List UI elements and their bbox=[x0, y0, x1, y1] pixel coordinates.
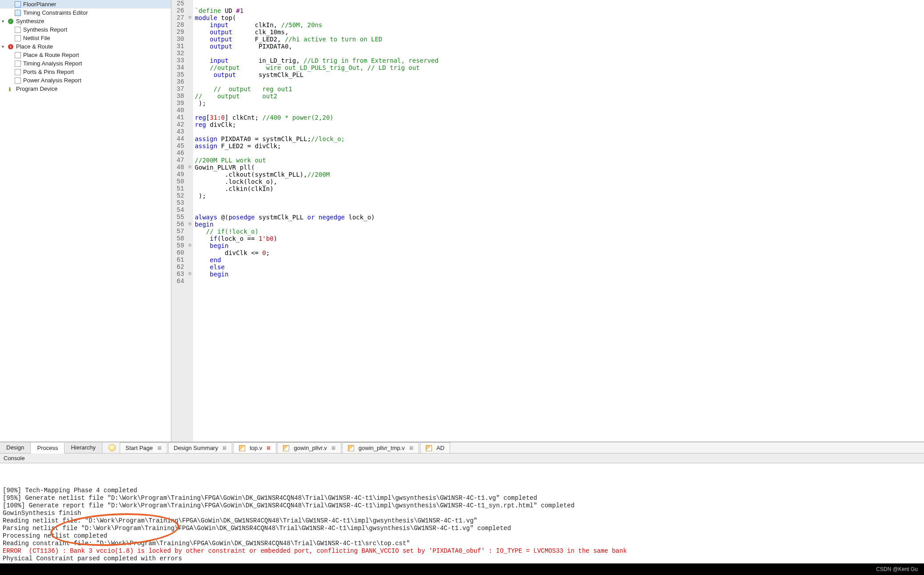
file-tab-label: Design Summary bbox=[174, 445, 218, 451]
close-icon[interactable]: ⊠ bbox=[266, 445, 270, 451]
view-tab-group: DesignProcessHierarchy bbox=[0, 442, 102, 453]
fold-toggle bbox=[187, 150, 193, 157]
tree-item-place-route[interactable]: ▾Place & Route bbox=[0, 42, 171, 51]
fold-toggle bbox=[187, 43, 193, 50]
console-line: Parsing netlist file "D:\Work\Program\Tr… bbox=[3, 525, 921, 532]
tree-item-label: Timing Analysis Report bbox=[23, 60, 82, 67]
file-tab-label: gowin_pllvr_tmp.v bbox=[359, 445, 405, 451]
tree-item-place-route-report[interactable]: Place & Route Report bbox=[0, 51, 171, 59]
fold-toggle bbox=[187, 93, 193, 100]
console-output[interactable]: [90%] Tech-Mapping Phase 4 completed[95%… bbox=[0, 463, 924, 563]
console-line: [90%] Tech-Mapping Phase 4 completed bbox=[3, 487, 921, 494]
fold-toggle bbox=[187, 50, 193, 57]
fold-toggle bbox=[187, 57, 193, 64]
file-icon bbox=[14, 52, 21, 59]
view-tab-hierarchy[interactable]: Hierarchy bbox=[65, 442, 102, 453]
fold-toggle bbox=[187, 0, 193, 7]
tree-item-ports-pins-report[interactable]: Ports & Pins Report bbox=[0, 68, 171, 76]
download-icon bbox=[7, 85, 14, 93]
fold-toggle bbox=[187, 64, 193, 71]
fold-toggle bbox=[187, 192, 193, 199]
fold-toggle bbox=[187, 256, 193, 263]
tree-item-label: Ports & Pins Report bbox=[23, 69, 74, 75]
tree-item-timing-analysis-report[interactable]: Timing Analysis Report bbox=[0, 59, 171, 68]
fold-toggle bbox=[187, 207, 193, 214]
code-editor[interactable]: 2526272829303132333435363738394041424344… bbox=[171, 0, 924, 441]
chevron-down-icon: ▾ bbox=[2, 44, 7, 49]
fold-toggle bbox=[187, 178, 193, 185]
file-icon bbox=[14, 77, 21, 84]
file-tab-top-v[interactable]: top.v⊠ bbox=[233, 442, 276, 453]
tree-item-label: Netlist File bbox=[23, 35, 50, 41]
tree-item-synthesize[interactable]: ▾Synthesize bbox=[0, 17, 171, 25]
file-tab-gowin-pllvr-v[interactable]: gowin_pllvr.v⊠ bbox=[277, 442, 341, 453]
file-tab-label: gowin_pllvr.v bbox=[294, 445, 327, 451]
tree-item-netlist-file[interactable]: Netlist File bbox=[0, 34, 171, 42]
fold-toggle bbox=[187, 228, 193, 235]
fold-toggle[interactable]: ⊟ bbox=[187, 164, 193, 171]
tree-item-label: Program Device bbox=[16, 85, 57, 92]
fold-toggle[interactable]: ⊟ bbox=[187, 271, 193, 278]
tree-item-label: Place & Route Report bbox=[23, 52, 79, 58]
code-body[interactable]: `define UD #1module top( input clkIn, //… bbox=[193, 0, 439, 441]
close-icon[interactable]: ⊠ bbox=[331, 445, 335, 451]
fold-toggle bbox=[187, 135, 193, 142]
fold-toggle[interactable]: ⊟ bbox=[187, 242, 193, 249]
bottom-tab-row: DesignProcessHierarchy Start Page⊠Design… bbox=[0, 442, 924, 454]
tree-item-floorplanner[interactable]: FloorPlanner bbox=[0, 0, 171, 8]
close-icon[interactable]: ⊠ bbox=[409, 445, 413, 451]
fold-toggle[interactable]: ⊟ bbox=[187, 221, 193, 228]
status-error-icon bbox=[7, 43, 14, 50]
console-line: Processing netlist completed bbox=[3, 532, 921, 540]
tree-item-label: Place & Route bbox=[16, 43, 53, 50]
tree-item-timing-constraints-editor[interactable]: Timing Constraints Editor bbox=[0, 8, 171, 17]
fold-toggle bbox=[187, 7, 193, 14]
file-tab-label: AD bbox=[436, 445, 444, 451]
close-icon[interactable]: ⊠ bbox=[222, 445, 226, 451]
process-tree[interactable]: FloorPlannerTiming Constraints Editor▾Sy… bbox=[0, 0, 171, 441]
fold-toggle bbox=[187, 114, 193, 121]
footer-bar: CSDN @Kent Gu bbox=[0, 563, 924, 575]
tree-item-synthesis-report[interactable]: Synthesis Report bbox=[0, 25, 171, 34]
view-tab-process[interactable]: Process bbox=[31, 443, 65, 454]
file-icon bbox=[14, 60, 21, 67]
fold-toggle bbox=[187, 278, 193, 285]
fold-toggle bbox=[187, 71, 193, 78]
status-ok-icon bbox=[7, 18, 14, 25]
editor-pane: 2526272829303132333435363738394041424344… bbox=[171, 0, 924, 441]
tree-item-label: Synthesize bbox=[16, 18, 44, 24]
bulb-icon bbox=[109, 444, 116, 451]
console-line: [95%] Generate netlist file "D:\Work\Pro… bbox=[3, 494, 921, 502]
file-tab-gowin-pllvr-tmp-v[interactable]: gowin_pllvr_tmp.v⊠ bbox=[342, 442, 419, 453]
file-tab-design-summary[interactable]: Design Summary⊠ bbox=[168, 442, 233, 453]
tree-item-power-analysis-report[interactable]: Power Analysis Report bbox=[0, 76, 171, 85]
file-icon bbox=[14, 1, 21, 8]
fold-toggle bbox=[187, 107, 193, 114]
fold-column[interactable]: ⊟⊟⊟⊟⊟ bbox=[187, 0, 193, 441]
tree-item-label: Synthesis Report bbox=[23, 26, 67, 33]
tree-item-label: Timing Constraints Editor bbox=[23, 9, 88, 16]
fold-toggle bbox=[187, 157, 193, 164]
file-icon bbox=[14, 69, 21, 76]
fold-toggle bbox=[187, 142, 193, 150]
console-line: [100%] Generate report file "D:\Work\Pro… bbox=[3, 502, 921, 510]
fold-toggle bbox=[187, 28, 193, 36]
console-line: ERROR (CT1136) : Bank 3 vccio(1.8) is lo… bbox=[3, 547, 921, 555]
console-line: Reading netlist file: "D:\Work\Program\T… bbox=[3, 517, 921, 525]
fold-toggle bbox=[187, 128, 193, 135]
tree-item-label: FloorPlanner bbox=[23, 1, 56, 8]
edit-icon bbox=[283, 445, 289, 451]
fold-toggle bbox=[187, 36, 193, 43]
fold-toggle[interactable]: ⊟ bbox=[187, 14, 193, 21]
close-icon[interactable]: ⊠ bbox=[157, 445, 161, 451]
tree-item-program-device[interactable]: Program Device bbox=[0, 85, 171, 93]
view-tab-design[interactable]: Design bbox=[0, 442, 31, 453]
file-tab-label: Start Page bbox=[125, 445, 153, 451]
file-tab-ad[interactable]: AD bbox=[420, 442, 450, 453]
fold-toggle bbox=[187, 263, 193, 271]
fold-toggle bbox=[187, 21, 193, 28]
file-tab-start-page[interactable]: Start Page⊠ bbox=[120, 442, 167, 453]
chevron-down-icon: ▾ bbox=[2, 19, 7, 24]
fold-toggle bbox=[187, 100, 193, 107]
fold-toggle bbox=[187, 185, 193, 192]
